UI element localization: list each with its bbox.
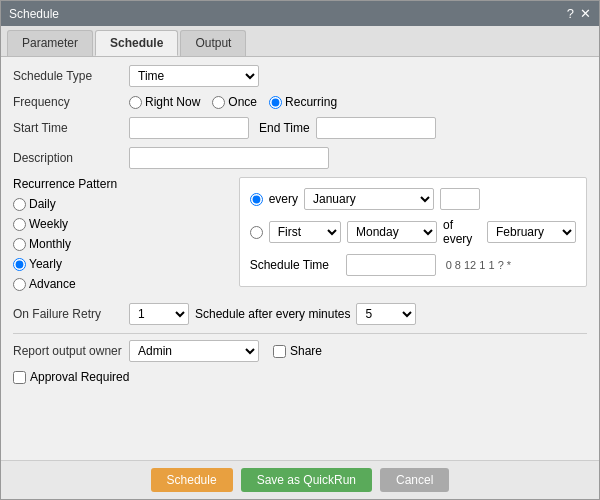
month-select[interactable]: JanuaryFebruaryMarch AprilMayJune JulyAu… [304, 188, 434, 210]
frequency-label: Frequency [13, 95, 123, 109]
radio-right-now[interactable]: Right Now [129, 95, 200, 109]
radio-daily[interactable]: Daily [13, 197, 123, 211]
share-checkbox[interactable] [273, 345, 286, 358]
radio-monthly-label: Monthly [29, 237, 71, 251]
report-owner-select[interactable]: Admin [129, 340, 259, 362]
schedule-window: Schedule ? ✕ Parameter Schedule Output S… [0, 0, 600, 500]
window-title: Schedule [9, 7, 59, 21]
start-time-label: Start Time [13, 121, 123, 135]
recurrence-pattern-label: Recurrence Pattern Daily Weekly Monthly [13, 177, 123, 291]
of-every-month-select[interactable]: JanuaryFebruaryMarch AprilMayJune JulyAu… [487, 221, 576, 243]
radio-yearly[interactable]: Yearly [13, 257, 123, 271]
radio-yearly-label: Yearly [29, 257, 62, 271]
approval-checkbox[interactable] [13, 371, 26, 384]
recurrence-pattern-row: Recurrence Pattern Daily Weekly Monthly [13, 177, 587, 295]
radio-recurring[interactable]: Recurring [269, 95, 337, 109]
radio-every[interactable] [250, 193, 263, 206]
of-every-label: of every [443, 218, 481, 246]
form-content: Schedule Type Time Frequency Right Now O… [1, 57, 599, 460]
approval-checkbox-label[interactable]: Approval Required [13, 370, 129, 384]
ordinal-row: FirstSecondThirdFourthLast MondayTuesday… [250, 218, 576, 246]
every-count-input[interactable]: 1 [440, 188, 480, 210]
end-time-input[interactable]: 2019-03-20 12:15:2 [316, 117, 436, 139]
radio-once-label: Once [228, 95, 257, 109]
close-icon[interactable]: ✕ [580, 6, 591, 21]
tab-parameter[interactable]: Parameter [7, 30, 93, 56]
radio-recurring-label: Recurring [285, 95, 337, 109]
share-checkbox-label[interactable]: Share [273, 344, 322, 358]
schedule-type-select[interactable]: Time [129, 65, 259, 87]
radio-daily-label: Daily [29, 197, 56, 211]
approval-label: Approval Required [30, 370, 129, 384]
schedule-time-label: Schedule Time [250, 258, 340, 272]
retry-desc: Schedule after every minutes [195, 307, 350, 321]
every-row: every JanuaryFebruaryMarch AprilMayJune … [250, 188, 576, 210]
radio-advance-label: Advance [29, 277, 76, 291]
tab-schedule[interactable]: Schedule [95, 30, 178, 56]
every-label: every [269, 192, 298, 206]
schedule-type-label: Schedule Type [13, 69, 123, 83]
failure-retry-label: On Failure Retry [13, 307, 123, 321]
tab-bar: Parameter Schedule Output [1, 26, 599, 57]
share-label: Share [290, 344, 322, 358]
description-row: Description Recurring report [13, 147, 587, 169]
end-time-label: End Time [259, 121, 310, 135]
start-time-input[interactable]: 2019-03-20 12:05:0 [129, 117, 249, 139]
schedule-time-input[interactable]: 12:08:40 [346, 254, 436, 276]
quickrun-button[interactable]: Save as QuickRun [241, 468, 372, 492]
radio-weekly-label: Weekly [29, 217, 68, 231]
frequency-row: Frequency Right Now Once Recurring [13, 95, 587, 109]
radio-monthly[interactable]: Monthly [13, 237, 123, 251]
report-owner-row: Report output owner Admin Share [13, 340, 587, 362]
schedule-type-row: Schedule Type Time [13, 65, 587, 87]
help-icon[interactable]: ? [567, 6, 574, 21]
frequency-radio-group: Right Now Once Recurring [129, 95, 337, 109]
description-label: Description [13, 151, 123, 165]
report-owner-label: Report output owner [13, 344, 123, 358]
recurrence-box: every JanuaryFebruaryMarch AprilMayJune … [239, 177, 587, 287]
radio-weekly[interactable]: Weekly [13, 217, 123, 231]
recurrence-pattern-text: Recurrence Pattern [13, 177, 123, 191]
description-input[interactable]: Recurring report [129, 147, 329, 169]
time-row: Start Time 2019-03-20 12:05:0 End Time 2… [13, 117, 587, 139]
ordinal-select[interactable]: FirstSecondThirdFourthLast [269, 221, 341, 243]
title-bar: Schedule ? ✕ [1, 1, 599, 26]
cancel-button[interactable]: Cancel [380, 468, 449, 492]
radio-advance[interactable]: Advance [13, 277, 123, 291]
radio-ordinal[interactable] [250, 226, 263, 239]
title-bar-actions: ? ✕ [567, 6, 591, 21]
radio-once[interactable]: Once [212, 95, 257, 109]
day-select[interactable]: MondayTuesdayWednesday ThursdayFridaySat… [347, 221, 437, 243]
radio-right-now-label: Right Now [145, 95, 200, 109]
failure-retry-row: On Failure Retry 123 Schedule after ever… [13, 303, 587, 325]
retry-minutes-select[interactable]: 51015 [356, 303, 416, 325]
schedule-time-hint: 0 8 12 1 1 ? * [446, 259, 511, 271]
schedule-time-row: Schedule Time 12:08:40 0 8 12 1 1 ? * [250, 254, 576, 276]
bottom-bar: Schedule Save as QuickRun Cancel [1, 460, 599, 499]
tab-output[interactable]: Output [180, 30, 246, 56]
schedule-button[interactable]: Schedule [151, 468, 233, 492]
retry-count-select[interactable]: 123 [129, 303, 189, 325]
approval-row: Approval Required [13, 370, 587, 384]
